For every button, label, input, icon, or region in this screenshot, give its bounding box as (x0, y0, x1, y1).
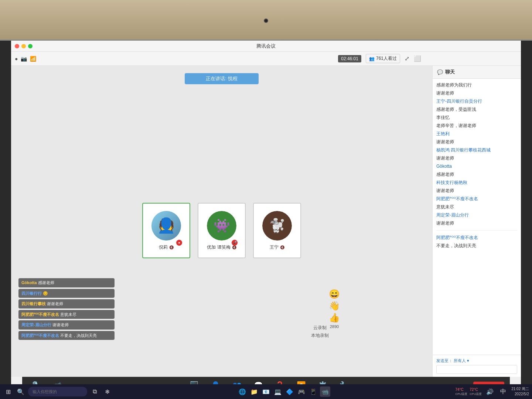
taskbar-search[interactable] (28, 387, 87, 396)
send-to-text: 发送至： (436, 358, 453, 363)
timer-display: 02:46:01 (338, 55, 361, 62)
chat-icon: 💬 (437, 69, 443, 75)
chat-message: 感谢老师，受益匪浅 (436, 106, 517, 113)
chat-message: 周定荣-眉山分行 (436, 212, 517, 218)
emoji-happy-button[interactable]: 😄 (329, 289, 340, 299)
explorer-icon[interactable]: 📁 (249, 386, 259, 397)
app-icon-1[interactable]: 🔷 (284, 386, 295, 397)
widgets-button[interactable]: ❄ (102, 386, 112, 397)
overlay-sender-2: 四川银行行 (21, 291, 42, 296)
avatar-3: 🐩 (262, 211, 292, 241)
maximize-button[interactable] (28, 44, 33, 48)
avatar-badge-2: 🎤 (232, 240, 238, 246)
taskbar-time: 21:02 周二 2022/5/2 (511, 386, 529, 397)
camera-icon: 📷 (21, 56, 27, 62)
mic-icon-3: 🔇 (280, 245, 284, 249)
viewers-count: 761人看过 (376, 55, 397, 62)
overlay-msg-4: 阿肥肥ᴾᴼᴼ不瘦不改名 意犹未尽 (18, 310, 115, 319)
participant-card-1: 🧑 ● 倪莉 🔇 (142, 203, 190, 258)
webcam (264, 18, 268, 23)
name-text-3: 王宁 (270, 244, 279, 250)
chat-message: 谢谢老师 (436, 155, 517, 161)
mic-icon-1: 🔇 (169, 245, 174, 249)
lang-icon[interactable]: 中 (498, 386, 508, 397)
avatar-2: 👾 (207, 211, 236, 241)
browser-icon[interactable]: 🌐 (237, 386, 248, 397)
overlay-sender-5: 周定荣-眉山分行 (21, 323, 51, 327)
chat-message: 王宁-四川银行自贡分行 (436, 98, 517, 105)
app-icon-2[interactable]: 🎮 (296, 386, 307, 397)
cpu-temp-1: 74°C CPU温度 (455, 388, 467, 396)
app-icon-3[interactable]: 📱 (308, 386, 318, 397)
chat-messages: 感谢老师为我们行 谢谢老师 王宁-四川银行自贡分行 感谢老师，受益匪浅 李佳忆 … (433, 79, 521, 355)
overlay-msg-6: 阿肥肥ᴾᴼᴼ不瘦不改名 不要走，决战到天亮 (18, 331, 115, 340)
tencent-meeting-icon[interactable]: 📹 (320, 386, 330, 397)
main-area: 正在讲话: 悦程 🧑 ● 倪莉 🔇 👾 🎤 (11, 66, 432, 377)
overlay-msg-5: 周定荣-眉山分行 谢谢老师 (18, 320, 115, 330)
chat-message: 王艳利 (436, 130, 517, 137)
name-text-2: 优加 谭笑梅 (207, 244, 230, 250)
chat-message: 谢谢老师 (436, 90, 517, 96)
local-record-label: 本地录制 (311, 332, 329, 340)
name-text-1: 倪莉 (159, 244, 168, 250)
search-button[interactable]: 🔍 (16, 386, 26, 397)
pc-icon[interactable]: 💻 (273, 386, 283, 397)
like-count: 2890 (330, 324, 339, 329)
chat-message: 谢谢老师 (436, 220, 517, 226)
top-bar: ● 📷 📶 02:46:01 👥 761人看过 ⤢ ⬜ (11, 52, 521, 66)
app-title: 腾讯会议 (256, 43, 276, 50)
time-display: 21:02 周二 (511, 386, 529, 392)
minimize-button[interactable] (21, 44, 26, 48)
emoji-wave-button[interactable]: 👋 (329, 301, 340, 311)
chat-message: 科技支行杨艳秋 (436, 179, 517, 186)
screen: 腾讯会议 ● 📷 📶 02:46:01 👥 761人看过 ⤢ ⬜ 💬 聊天 感谢… (11, 41, 521, 399)
taskbar-right: 74°C CPU温度 72°C CPU温度 🔊 中 21:02 周二 2022/… (455, 386, 529, 397)
windows-taskbar: ⊞ 🔍 ⧉ ❄ 🌐 📁 📧 💻 🔷 🎮 📱 📹 74°C CPU温度 72°C … (0, 384, 532, 399)
chat-divider (436, 230, 517, 231)
cpu-temp-2: 72°C CPU温度 (470, 388, 482, 396)
top-bar-left: ● 📷 📶 (15, 56, 36, 62)
title-bar: 腾讯会议 (11, 41, 521, 52)
chat-message: Gökotta (436, 163, 517, 170)
chat-message: 感谢老师为我们行 (436, 82, 517, 88)
chat-message: 谢谢老师 (436, 187, 517, 194)
chat-message: 感谢老师 (436, 171, 517, 178)
chat-message: 李佳忆 (436, 114, 517, 121)
expand-icon[interactable]: ⤢ (405, 55, 409, 62)
bar-icon: 📶 (30, 56, 36, 62)
avatar-1: 🧑 (151, 211, 181, 241)
mic-icon-2: 🔇 (232, 245, 236, 249)
window-controls (15, 44, 33, 48)
cloud-record-label: 云录制 (311, 324, 329, 332)
participant-name-1: 倪莉 🔇 (159, 244, 174, 250)
close-button[interactable] (15, 44, 19, 48)
chat-message: 老师辛苦，谢谢老师 (436, 122, 517, 129)
overlay-sender-3: 四川银行攀枝 (21, 301, 46, 306)
recording-cloud: 云录制 本地录制 (311, 324, 329, 340)
volume-icon[interactable]: 🔊 (485, 386, 495, 397)
top-bar-right: 02:46:01 👥 761人看过 ⤢ ⬜ (338, 54, 421, 63)
participant-name-2: 优加 谭笑梅 🔇 (207, 244, 236, 250)
overlay-msg-2: 四川银行行 😊 (18, 289, 115, 298)
mail-icon[interactable]: 📧 (261, 386, 271, 397)
window-icon[interactable]: ⬜ (414, 55, 421, 62)
start-button[interactable]: ⊞ (3, 386, 13, 397)
taskbar-left: ⊞ 🔍 ⧉ ❄ (3, 386, 112, 397)
overlay-sender-1: Gökotta (21, 280, 37, 285)
like-button[interactable]: 👍 (329, 313, 340, 323)
speaking-indicator: 正在讲话: 悦程 (185, 73, 259, 84)
overlay-msg-1: Gökotta 感谢老师 (18, 278, 115, 287)
monitor-bezel (0, 0, 532, 41)
avatar-badge-1: ● (176, 240, 182, 246)
participant-name-3: 王宁 🔇 (270, 244, 284, 250)
task-view-button[interactable]: ⧉ (89, 386, 100, 397)
overlay-sender-4: 阿肥肥ᴾᴼᴼ不瘦不改名 (21, 312, 59, 317)
chat-input[interactable] (436, 365, 517, 374)
chat-message: 谢谢老师 (436, 139, 517, 145)
chat-title: 聊天 (445, 69, 455, 75)
chat-message: 不要走，决战到天亮 (436, 242, 517, 249)
emoji-reactions: 😄 👋 👍 2890 (329, 289, 340, 329)
signal-icon: ● (15, 56, 18, 62)
chat-message: 意犹未尽 (436, 204, 517, 210)
send-to-value[interactable]: 所有人 ▾ (454, 358, 469, 363)
